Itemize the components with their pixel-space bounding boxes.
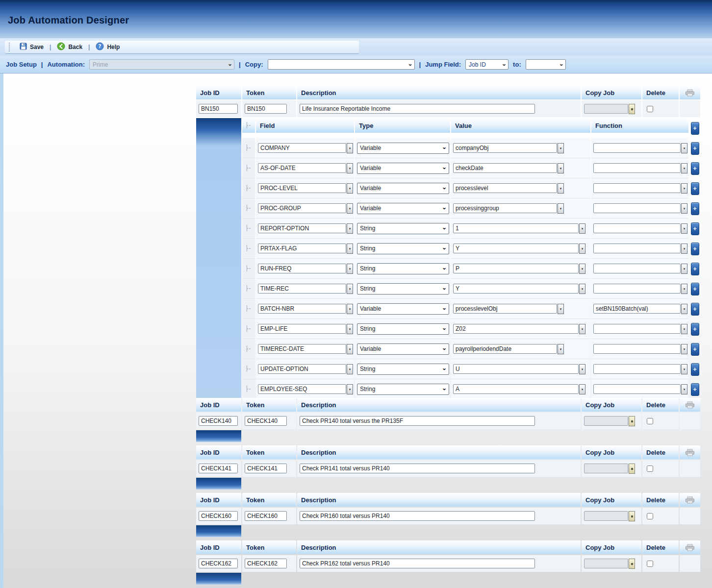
token-input[interactable] [245,559,287,568]
copy-job-input[interactable] [584,511,628,521]
grip-icon[interactable] [242,279,255,299]
grip-icon[interactable] [242,178,255,198]
function-dropdown-button[interactable]: ▾ [681,384,687,394]
function-input[interactable] [593,364,681,374]
copy-job-picker-button[interactable] [629,511,635,521]
automation-dropdown[interactable]: Prime ⌄ [89,59,234,70]
type-select[interactable]: String [357,283,449,294]
copy-job-input[interactable] [584,464,628,473]
value-dropdown-button[interactable]: ▾ [579,324,585,334]
add-field-row-button[interactable]: + [691,303,699,316]
type-select[interactable]: String [357,263,449,274]
job-id-input[interactable] [199,559,238,568]
job-id-input[interactable] [199,416,238,426]
function-input[interactable] [593,324,681,334]
function-input[interactable] [593,304,681,314]
function-input[interactable] [593,223,681,233]
add-field-row-button[interactable]: + [691,182,699,195]
value-dropdown-button[interactable]: ▾ [558,344,564,354]
token-input[interactable] [245,416,287,426]
field-dropdown-button[interactable]: ▾ [347,344,353,354]
printer-icon[interactable] [680,493,700,507]
value-dropdown-button[interactable]: ▾ [579,223,585,234]
token-input[interactable] [245,511,287,521]
grip-icon[interactable] [242,259,255,279]
function-input[interactable] [593,264,681,273]
field-dropdown-button[interactable]: ▾ [347,284,353,294]
collapsed-fields-stub[interactable] [196,573,241,585]
jump-to-dropdown[interactable]: ⌄ [526,59,566,70]
field-name-input[interactable] [258,143,346,153]
field-dropdown-button[interactable]: ▾ [347,384,353,394]
field-name-input[interactable] [258,324,346,334]
grip-icon[interactable] [242,379,255,399]
job-id-input[interactable] [199,464,238,473]
field-name-input[interactable] [258,304,346,314]
back-button[interactable]: Back [53,41,86,53]
value-input[interactable] [453,364,579,374]
description-input[interactable] [300,559,535,568]
description-input[interactable] [300,104,535,114]
copy-dropdown[interactable]: ⌄ [268,59,415,70]
type-select[interactable]: String [357,243,449,254]
delete-checkbox[interactable] [647,466,653,472]
function-dropdown-button[interactable]: ▾ [681,304,687,314]
value-dropdown-button[interactable]: ▾ [579,264,585,274]
add-field-row-button[interactable]: + [691,222,699,235]
value-input[interactable] [453,183,557,193]
description-input[interactable] [300,464,535,473]
toolbar-grip-handle[interactable] [9,43,11,51]
copy-job-input[interactable] [584,416,628,426]
value-dropdown-button[interactable]: ▾ [558,304,564,314]
function-input[interactable] [593,203,681,213]
field-name-input[interactable] [258,364,346,374]
jump-field-dropdown[interactable]: Job ID ⌄ [465,59,509,70]
job-id-input[interactable] [199,104,238,114]
field-dropdown-button[interactable]: ▾ [347,304,353,314]
field-name-input[interactable] [258,203,346,213]
collapsed-fields-stub[interactable] [196,478,241,490]
field-dropdown-button[interactable]: ▾ [347,183,353,194]
copy-job-picker-button[interactable] [629,104,635,114]
grip-icon[interactable] [242,299,255,319]
job-id-input[interactable] [199,511,238,521]
value-input[interactable] [453,304,557,314]
value-input[interactable] [453,264,579,273]
value-dropdown-button[interactable]: ▾ [579,384,585,394]
add-field-row-button[interactable]: + [691,323,699,336]
field-name-input[interactable] [258,264,346,273]
value-input[interactable] [453,163,557,173]
value-input[interactable] [453,324,579,334]
function-dropdown-button[interactable]: ▾ [681,324,687,334]
type-select[interactable]: String [357,364,449,375]
grip-icon[interactable] [242,239,255,259]
token-input[interactable] [245,104,287,114]
type-select[interactable]: Variable [357,343,449,355]
token-input[interactable] [245,464,287,473]
value-input[interactable] [453,384,579,394]
field-dropdown-button[interactable]: ▾ [347,364,353,374]
collapsed-fields-stub[interactable] [196,430,241,442]
function-dropdown-button[interactable]: ▾ [681,364,687,374]
help-button[interactable]: ? Help [92,41,123,53]
function-input[interactable] [593,163,681,173]
add-field-row-button[interactable]: + [691,202,699,215]
function-dropdown-button[interactable]: ▾ [681,244,687,254]
value-dropdown-button[interactable]: ▾ [558,203,564,214]
delete-checkbox[interactable] [647,561,653,567]
value-dropdown-button[interactable]: ▾ [579,284,585,294]
description-input[interactable] [300,416,535,426]
function-dropdown-button[interactable]: ▾ [681,143,687,153]
add-field-row-button[interactable]: + [691,283,699,295]
field-dropdown-button[interactable]: ▾ [347,223,353,234]
type-select[interactable]: Variable [357,303,449,315]
field-dropdown-button[interactable]: ▾ [347,324,353,334]
description-input[interactable] [300,511,535,521]
value-input[interactable] [453,223,579,233]
collapsed-fields-stub[interactable] [196,525,241,537]
value-dropdown-button[interactable]: ▾ [558,143,564,153]
grip-icon[interactable] [242,359,255,379]
printer-icon[interactable] [680,445,700,459]
grip-icon[interactable] [242,339,255,359]
grip-icon[interactable] [242,118,255,133]
